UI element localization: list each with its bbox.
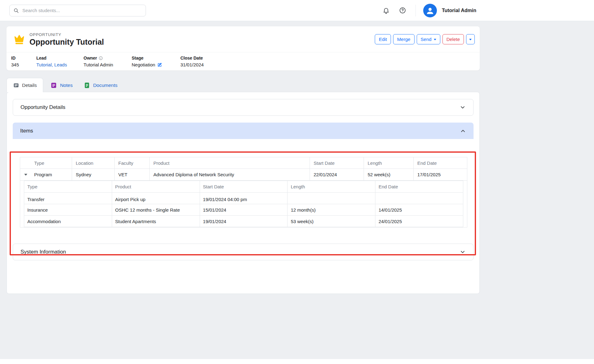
caret-down-icon (434, 39, 436, 40)
column-header: Start Date (200, 181, 288, 193)
tab-notes[interactable]: Notes (47, 78, 76, 92)
cell-end-date: 24/01/2025 (375, 216, 463, 227)
edit-button[interactable]: Edit (375, 34, 391, 44)
chevron-up-icon (460, 128, 466, 134)
edit-stage-icon[interactable] (157, 62, 162, 67)
sub-table-row: Insurance OSHC 12 months - Single Rate 1… (24, 204, 463, 216)
search-box[interactable] (9, 5, 146, 16)
section-items-label: Items (20, 128, 33, 134)
send-button-label: Send (421, 37, 432, 42)
column-header: Length (364, 157, 414, 169)
page-title: Opportunity Tutorial (29, 38, 104, 47)
lead-link[interactable]: Tutorial, Leads (36, 62, 67, 67)
tab-bar: Details Notes Documents (7, 78, 121, 92)
field-id-value: 345 (11, 62, 36, 67)
topbar: Tutorial Admin (0, 0, 594, 21)
column-header: Start Date (310, 157, 364, 169)
avatar[interactable] (423, 4, 437, 17)
cell-location: Sydney (72, 169, 115, 181)
items-table-header-row: Type Location Faculty Product Start Date… (20, 157, 467, 169)
person-icon (425, 6, 435, 15)
tab-documents[interactable]: Documents (80, 78, 121, 92)
tab-details-label: Details (22, 83, 37, 88)
bottom-strip (0, 359, 594, 364)
sub-items-table: Type Product Start Date Length End Date (24, 181, 463, 227)
column-header: Product (150, 157, 310, 169)
cell-type: Accommodation (24, 216, 112, 227)
items-table-expanded-row: Type Product Start Date Length End Date (20, 181, 467, 227)
field-close-date-label: Close Date (180, 56, 204, 61)
tab-details[interactable]: Details (7, 78, 43, 92)
column-header: Type (20, 157, 72, 169)
field-stage-value: Negotiation (132, 62, 155, 67)
details-panel: Opportunity Details Items Type Location … (7, 92, 480, 294)
items-body: Type Location Faculty Product Start Date… (13, 139, 474, 237)
cell-type: Insurance (24, 204, 112, 216)
cell-product: Advanced Diploma of Network Security (150, 169, 310, 181)
cell-faculty: VET (115, 169, 150, 181)
section-system-information-label: System Information (20, 249, 66, 255)
field-close-date: Close Date 31/01/2024 (180, 56, 204, 67)
section-opportunity-details-label: Opportunity Details (20, 104, 66, 110)
search-icon (13, 8, 19, 13)
field-id-label: ID (11, 56, 36, 61)
cell-length: 53 week(s) (288, 216, 375, 227)
topbar-divider (415, 5, 416, 16)
tab-documents-label: Documents (93, 83, 117, 88)
entity-type-label: OPPORTUNITY (29, 32, 104, 37)
info-icon[interactable] (99, 56, 103, 60)
cell-start-date: 19/01/2024 (200, 216, 288, 227)
section-opportunity-details[interactable]: Opportunity Details (13, 99, 474, 116)
caret-down-icon (469, 39, 472, 40)
items-table: Type Location Faculty Product Start Date… (20, 157, 467, 227)
items-table-row: Program Sydney VET Advanced Diploma of N… (20, 169, 467, 181)
field-lead: Lead Tutorial, Leads (36, 56, 84, 67)
notifications-button[interactable] (381, 5, 392, 16)
field-owner: Owner Tutorial Admin (84, 56, 132, 67)
help-button[interactable] (397, 5, 408, 16)
documents-tab-icon (84, 82, 90, 89)
more-actions-button[interactable] (466, 34, 475, 44)
field-stage-label: Stage (132, 56, 180, 61)
column-header: Product (112, 181, 200, 193)
sub-table-header-row: Type Product Start Date Length End Date (24, 181, 463, 193)
search-input[interactable] (22, 7, 142, 13)
cell-end-date: 14/01/2025 (375, 204, 463, 216)
section-system-information[interactable]: System Information (13, 244, 474, 260)
merge-button[interactable]: Merge (393, 34, 415, 44)
header-actions: Edit Merge Send Delete (375, 34, 475, 44)
summary-row: ID 345 Lead Tutorial, Leads Owner Tutori… (7, 52, 480, 67)
cell-type: Transfer (24, 193, 112, 204)
sub-table-row: Accommodation Student Apartments 19/01/2… (24, 216, 463, 227)
opportunity-type-icon-wrap (12, 33, 26, 46)
cell-length: 52 week(s) (364, 169, 414, 181)
cell-product: Student Apartments (112, 216, 200, 227)
cell-end-date (375, 193, 463, 204)
column-header: Location (72, 157, 115, 169)
column-header: End Date (375, 181, 463, 193)
user-name: Tutorial Admin (442, 8, 476, 13)
field-owner-value: Tutorial Admin (84, 62, 132, 67)
send-button[interactable]: Send (417, 34, 440, 44)
cell-end-date: 17/01/2025 (414, 169, 467, 181)
items-section: Items Type Location Faculty Product Star… (13, 123, 474, 237)
field-lead-label: Lead (36, 56, 84, 61)
cell-start-date: 22/01/2024 (310, 169, 364, 181)
field-owner-label: Owner (84, 56, 97, 61)
cell-start-date: 15/01/2024 (200, 204, 288, 216)
column-header: Length (288, 181, 375, 193)
cell-length: 12 month(s) (288, 204, 375, 216)
help-icon (399, 7, 406, 14)
cell-length (288, 193, 375, 204)
cell-product: Airport Pick up (112, 193, 200, 204)
section-items-header[interactable]: Items (13, 123, 474, 139)
field-id: ID 345 (11, 56, 36, 67)
row-expander-caret-icon[interactable] (24, 174, 27, 176)
notes-tab-icon (50, 82, 57, 89)
sub-table-row: Transfer Airport Pick up 19/01/2024 04:0… (24, 193, 463, 204)
delete-button[interactable]: Delete (442, 34, 464, 44)
cell-product: OSHC 12 months - Single Rate (112, 204, 200, 216)
crown-icon (13, 33, 26, 46)
column-header: Faculty (115, 157, 150, 169)
chevron-down-icon (460, 104, 466, 110)
